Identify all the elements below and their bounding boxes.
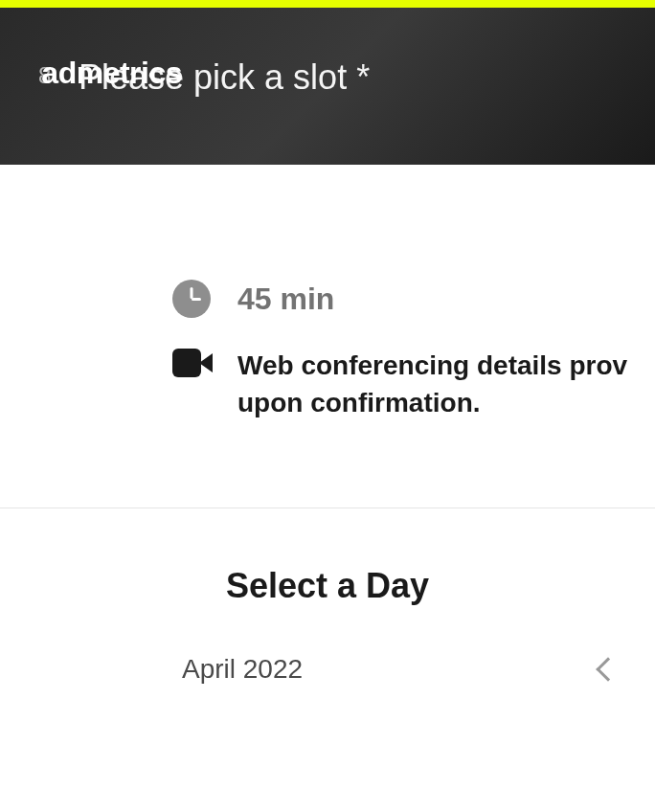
month-navigation: April 2022	[0, 606, 655, 685]
booking-card: 45 min Web conferencing details prov upo…	[0, 165, 655, 685]
duration-row: 45 min	[0, 280, 655, 347]
clock-icon	[172, 280, 211, 318]
brand-logo: admetrics	[41, 56, 182, 91]
select-day-heading: Select a Day	[0, 566, 655, 606]
duration-label: 45 min	[237, 280, 334, 318]
video-icon	[172, 349, 211, 377]
conferencing-label: Web conferencing details prov upon confi…	[237, 347, 655, 421]
accent-bar	[0, 0, 655, 8]
header: 8 admetrics Please pick a slot *	[0, 8, 655, 165]
conferencing-row: Web conferencing details prov upon confi…	[0, 347, 655, 450]
chevron-left-icon[interactable]	[596, 658, 620, 682]
month-label: April 2022	[182, 654, 303, 685]
divider	[0, 508, 655, 508]
